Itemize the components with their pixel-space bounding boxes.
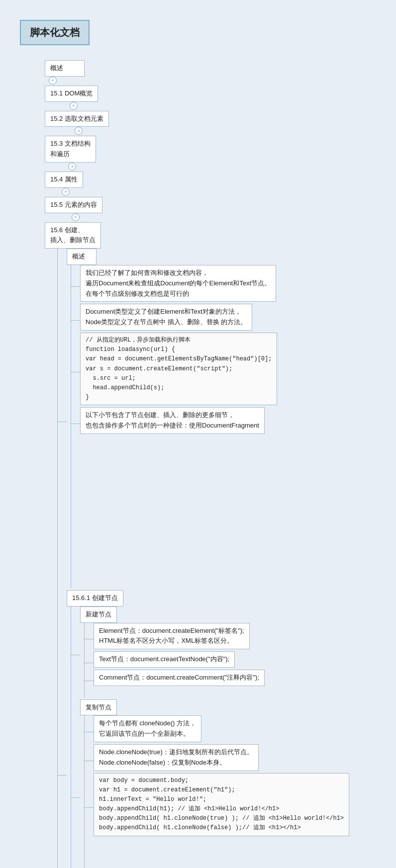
text-xinjian-3: Comment节点：document.createComment("注释内容")… xyxy=(94,670,265,686)
node-152: 15.2 选取文档元素 + xyxy=(45,111,109,135)
expand-btn-153[interactable]: + xyxy=(68,163,76,171)
text-fuzhi-2: Node.cloneNode(true)：递归地复制所有的后代节点。Node.c… xyxy=(94,744,259,771)
node-fuzhi: 复制节点 xyxy=(80,699,349,868)
text-156-2: Document类型定义了创建Element和Text对象的方法，Node类型定… xyxy=(80,304,252,331)
node-box-156-gaishu: 概述 xyxy=(67,249,97,265)
node-154: 15.4 属性 + xyxy=(45,172,83,196)
node-box-gaishu0: 概述 xyxy=(45,60,85,77)
node-box-155: 15.5 元素的内容 xyxy=(45,197,102,213)
node-1561: 15.6.1 创建节点 xyxy=(67,590,349,868)
node-156: 15.6 创建、插入、删除节点 xyxy=(45,222,349,868)
node-box-156: 15.6 创建、插入、删除节点 xyxy=(45,222,101,249)
node-box-1561: 15.6.1 创建节点 xyxy=(67,590,123,607)
node-box-fuzhi: 复制节点 xyxy=(80,699,117,716)
node-box-151: 15.1 DOM概览 xyxy=(45,86,98,102)
node-box-152: 15.2 选取文档元素 xyxy=(45,111,109,127)
code-156-1: // 从指定的URL，异步加载和执行脚本function loadasync(u… xyxy=(80,333,277,405)
expand-btn-152[interactable]: + xyxy=(75,127,83,135)
node-151: 15.1 DOM概览 + xyxy=(45,86,98,110)
node-xinjian: 新建节点 xyxy=(80,607,265,697)
page: 脚本化文档 概述 + 15.1 DOM概览 + 15.2 选取文档元素 xyxy=(10,10,386,868)
text-xinjian-2: Text节点：document.creaetTextNode("内容"); xyxy=(94,651,235,668)
expand-btn-gaishu0[interactable]: + xyxy=(49,77,57,85)
text-xinjian-1: Element节点：document.createElement("标签名");… xyxy=(94,623,250,650)
node-156-gaishu: 概述 xyxy=(67,249,277,588)
expand-btn-155[interactable]: + xyxy=(72,213,80,221)
text-fuzhi-1: 每个节点都有 cloneNode() 方法，它返回该节点的一个全新副本。 xyxy=(94,715,201,742)
node-155: 15.5 元素的内容 + xyxy=(45,197,102,221)
expand-btn-151[interactable]: + xyxy=(70,102,78,110)
expand-btn-154[interactable]: + xyxy=(62,188,70,196)
node-box-153: 15.3 文档结构和遍历 xyxy=(45,136,96,163)
node-box-154: 15.4 属性 xyxy=(45,172,83,188)
node-box-xinjian: 新建节点 xyxy=(80,607,117,623)
node-153: 15.3 文档结构和遍历 + xyxy=(45,136,96,171)
code-fuzhi: var body = document.body;var h1 = docume… xyxy=(94,773,349,836)
tree-root: 概述 + 15.1 DOM概览 + 15.2 选取文档元素 + xyxy=(45,60,349,868)
node-gaishu0: 概述 + xyxy=(45,60,85,85)
text-156-3: 以下小节包含了节点创建、插入、删除的更多细节，也包含操作多个节点时的一种捷径：使… xyxy=(80,407,265,434)
text-156-1: 我们已经了解了如何查询和修改文档内容，遍历Document来检查组成Docume… xyxy=(80,265,276,302)
root-title: 脚本化文档 xyxy=(20,20,90,45)
